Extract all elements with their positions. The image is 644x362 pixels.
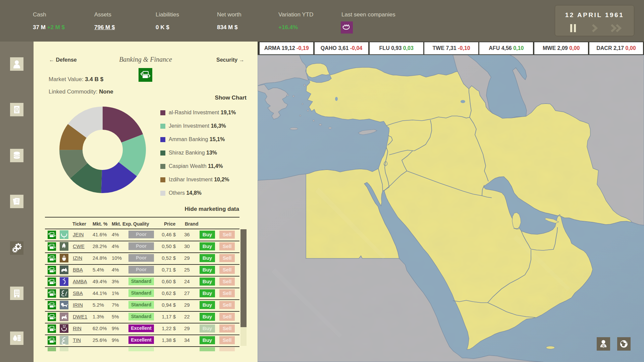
- svg-text:$: $: [602, 345, 604, 348]
